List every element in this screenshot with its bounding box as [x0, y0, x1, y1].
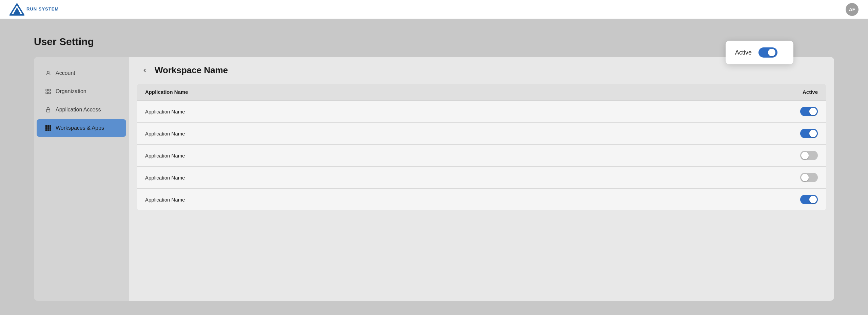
active-popover: Active	[726, 41, 793, 64]
svg-rect-5	[46, 92, 47, 94]
toggle-row-3[interactable]	[800, 173, 818, 182]
sidebar-label-application-access: Application Access	[56, 107, 101, 113]
table-row: Application Name	[137, 189, 826, 210]
svg-rect-6	[49, 92, 51, 94]
svg-rect-10	[50, 126, 51, 127]
col-app-name: Application Name	[145, 89, 188, 95]
toggle-row-0[interactable]	[800, 107, 818, 116]
svg-rect-12	[48, 128, 49, 129]
sidebar-item-workspaces-apps[interactable]: Workspaces & Apps	[37, 119, 126, 137]
toggle-row-1[interactable]	[800, 129, 818, 138]
topnav: RUN SYSTEM AF	[0, 0, 868, 19]
svg-rect-9	[48, 126, 49, 127]
sidebar-item-organization[interactable]: Organization	[37, 83, 126, 100]
user-icon	[45, 70, 52, 77]
app-name: Application Name	[145, 197, 185, 203]
svg-rect-13	[50, 128, 51, 129]
svg-rect-3	[46, 89, 47, 91]
sidebar: Account Organization	[34, 57, 129, 301]
app-name: Application Name	[145, 131, 185, 136]
popover-label: Active	[735, 49, 752, 56]
popover-toggle[interactable]	[758, 47, 777, 58]
lock-icon	[45, 106, 52, 113]
app-name: Application Name	[145, 109, 185, 114]
toggle-row-4[interactable]	[800, 195, 818, 204]
table-row: Application Name	[137, 145, 826, 167]
layout: Account Organization	[34, 57, 834, 301]
app-name: Application Name	[145, 175, 185, 181]
svg-rect-4	[49, 89, 51, 91]
sidebar-item-account[interactable]: Account	[37, 64, 126, 82]
table-row: Application Name	[137, 123, 826, 145]
toggle-row-2[interactable]	[800, 151, 818, 160]
col-active: Active	[803, 89, 818, 95]
svg-rect-7	[46, 109, 50, 112]
svg-point-2	[47, 71, 49, 73]
user-avatar[interactable]: AF	[846, 3, 859, 16]
svg-rect-11	[46, 128, 47, 129]
apps-icon	[45, 125, 52, 131]
logo-text-run: RUN SYSTEM	[26, 7, 59, 12]
table-row: Application Name	[137, 167, 826, 189]
svg-rect-14	[46, 130, 47, 131]
svg-rect-8	[46, 126, 47, 127]
app-name: Application Name	[145, 153, 185, 159]
organization-icon	[45, 88, 52, 95]
page-title: User Setting	[34, 36, 834, 47]
app-table: Application Name Active Application Name…	[137, 84, 826, 210]
logo: RUN SYSTEM	[9, 3, 59, 16]
svg-rect-16	[50, 130, 51, 131]
table-header: Application Name Active	[137, 84, 826, 101]
sidebar-label-workspaces-apps: Workspaces & Apps	[56, 125, 104, 131]
logo-icon	[9, 3, 24, 16]
panel-title: Workspace Name	[155, 65, 228, 76]
sidebar-item-application-access[interactable]: Application Access	[37, 101, 126, 119]
sidebar-label-organization: Organization	[56, 88, 86, 94]
sidebar-label-account: Account	[56, 70, 75, 76]
svg-rect-15	[48, 130, 49, 131]
main-panel: Workspace Name Application Name Active A…	[129, 57, 834, 301]
back-button[interactable]	[140, 65, 150, 76]
table-row: Application Name	[137, 101, 826, 123]
